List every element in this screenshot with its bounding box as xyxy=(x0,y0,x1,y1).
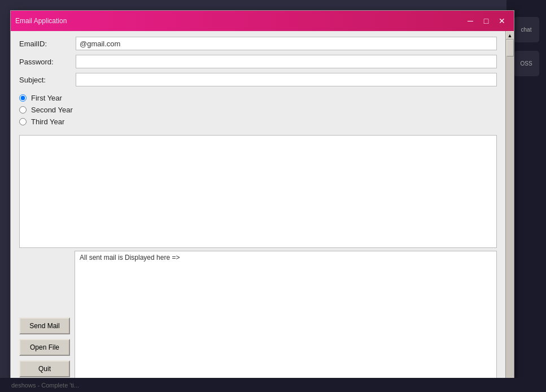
third-year-row: Third Year xyxy=(19,117,497,126)
lower-section: Send Mail Open File Quit All sent mail i… xyxy=(19,251,497,382)
first-year-row: First Year xyxy=(19,94,497,102)
sent-mail-panel: All sent mail is Displayed here => xyxy=(75,251,497,382)
second-year-label: Second Year xyxy=(31,106,73,114)
scroll-track[interactable] xyxy=(506,40,514,380)
app-window: Email Application ─ □ ✕ ▲ ▼ EmailID: Pas… xyxy=(10,10,514,389)
content-main: EmailID: Password: Subject: First Year xyxy=(19,37,505,382)
window-content: ▲ ▼ EmailID: Password: Subject: xyxy=(11,31,514,388)
email-row: EmailID: xyxy=(19,37,497,50)
vertical-scrollbar[interactable]: ▲ ▼ xyxy=(505,31,514,388)
minimize-button[interactable]: ─ xyxy=(463,15,478,27)
password-label: Password: xyxy=(19,58,76,66)
panel-item-oss: OSS xyxy=(514,51,539,76)
subject-input[interactable] xyxy=(76,73,497,86)
first-year-label: First Year xyxy=(31,94,62,102)
year-radio-group: First Year Second Year Third Year xyxy=(19,94,497,129)
sent-mail-header: All sent mail is Displayed here => xyxy=(75,251,496,264)
scroll-up-arrow[interactable]: ▲ xyxy=(506,31,514,40)
third-year-label: Third Year xyxy=(31,117,64,126)
app-title: Email Application xyxy=(15,17,67,25)
title-bar: Email Application ─ □ ✕ xyxy=(11,11,514,31)
password-row: Password: xyxy=(19,55,497,68)
send-mail-button[interactable]: Send Mail xyxy=(19,317,70,334)
bottom-taskbar: deshows - Complete 'ti... xyxy=(0,378,546,392)
second-year-row: Second Year xyxy=(19,106,497,114)
close-button[interactable]: ✕ xyxy=(495,15,509,27)
third-year-radio[interactable] xyxy=(19,118,27,125)
password-input[interactable] xyxy=(76,55,497,68)
first-year-radio[interactable] xyxy=(19,94,27,102)
email-label: EmailID: xyxy=(19,40,76,48)
action-buttons-area: Send Mail Open File Quit xyxy=(19,251,70,382)
scroll-thumb[interactable] xyxy=(506,40,514,56)
second-year-radio[interactable] xyxy=(19,106,27,114)
email-input[interactable] xyxy=(76,37,497,50)
sent-mail-content xyxy=(75,264,496,382)
maximize-button[interactable]: □ xyxy=(479,15,493,27)
quit-button[interactable]: Quit xyxy=(19,360,70,377)
open-file-button[interactable]: Open File xyxy=(19,339,70,356)
panel-item-chat: chat xyxy=(514,17,539,42)
window-controls: ─ □ ✕ xyxy=(463,15,509,27)
subject-label: Subject: xyxy=(19,76,76,84)
taskbar-text: deshows - Complete 'ti... xyxy=(11,382,79,389)
message-textarea[interactable] xyxy=(19,135,497,248)
subject-row: Subject: xyxy=(19,73,497,86)
